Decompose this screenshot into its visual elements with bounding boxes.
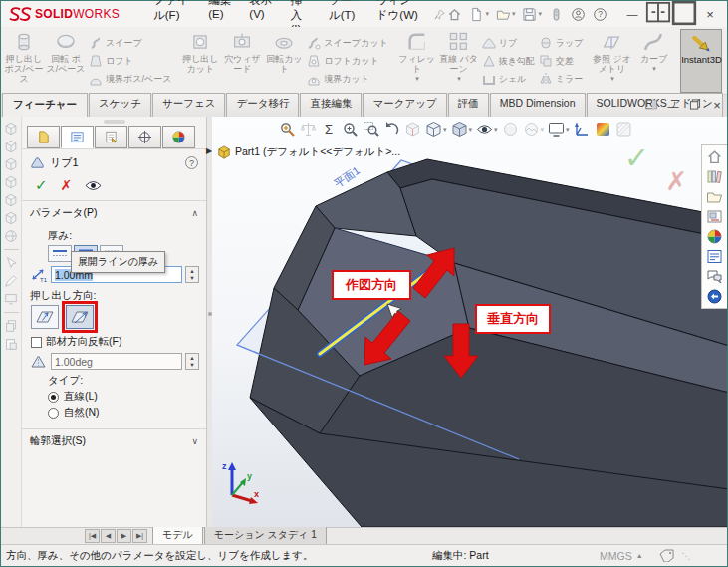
- minimize-button[interactable]: —: [619, 5, 645, 23]
- natural-type-radio[interactable]: 自然(N): [48, 406, 198, 420]
- tag-icon[interactable]: [659, 549, 674, 562]
- taskpane-custom-properties-button[interactable]: [706, 248, 723, 265]
- linear-pattern-button[interactable]: 直線 パターン▾: [438, 29, 480, 93]
- section-view-button[interactable]: [403, 120, 422, 139]
- taskpane-design-library-button[interactable]: [706, 168, 723, 185]
- view-sphere-icon[interactable]: [4, 229, 18, 243]
- dropdown-arrow-icon[interactable]: ▾: [415, 75, 419, 83]
- open-file-button[interactable]: ▾: [494, 6, 518, 23]
- tab-motion-study-1[interactable]: モーション スタディ 1: [204, 526, 327, 544]
- first-frame-button[interactable]: |◀: [85, 529, 100, 543]
- shadows-button[interactable]: [614, 120, 633, 139]
- dropdown-arrow-icon[interactable]: ▾: [485, 10, 489, 18]
- display-style-button[interactable]: ▾: [450, 120, 474, 139]
- tab-mbd-dimension[interactable]: MBD Dimension: [490, 93, 586, 117]
- view-settings-button[interactable]: ▾: [547, 120, 571, 139]
- taskpane-file-explorer-button[interactable]: [706, 188, 723, 205]
- realview-button[interactable]: [594, 120, 612, 139]
- sweep-button[interactable]: スイープ: [89, 35, 171, 52]
- propertymanager-tab[interactable]: [61, 126, 94, 148]
- confirm-ok-corner[interactable]: ✓: [624, 141, 649, 175]
- document-pane-button[interactable]: [644, 99, 658, 112]
- tab-features[interactable]: フィーチャー: [2, 93, 88, 117]
- document-restore-button[interactable]: [688, 99, 702, 112]
- tile-windows-button[interactable]: [645, 0, 671, 29]
- preview-eye-icon[interactable]: [85, 179, 102, 192]
- dropdown-arrow-icon[interactable]: ▾: [538, 10, 542, 18]
- view-cube-icon[interactable]: [4, 211, 18, 225]
- dropdown-arrow-icon[interactable]: ▾: [469, 126, 473, 134]
- home-button[interactable]: [445, 6, 464, 23]
- swept-cut-button[interactable]: スイープカット: [307, 35, 387, 52]
- apply-scene-button[interactable]: ▾: [522, 120, 546, 139]
- extruded-cut-button[interactable]: 押し出し カット: [179, 29, 221, 93]
- thickness-spinner[interactable]: ▲▼: [185, 266, 199, 283]
- view-cube-icon[interactable]: [4, 157, 18, 171]
- equations-button[interactable]: Σ: [320, 120, 339, 139]
- measure-button[interactable]: [278, 120, 297, 139]
- hide-show-items-button[interactable]: ▾: [475, 120, 499, 139]
- resize-grip[interactable]: ⋱: [682, 551, 692, 561]
- loft-button[interactable]: ロフト: [89, 53, 171, 70]
- help-button[interactable]: ?: [591, 6, 609, 23]
- drawing-view-button[interactable]: [573, 120, 592, 139]
- next-frame-button[interactable]: ▶: [117, 529, 131, 543]
- zoom-fit-button[interactable]: [341, 120, 360, 139]
- dropdown-arrow-icon[interactable]: ▾: [457, 75, 461, 83]
- draft-spinner[interactable]: ▲▼: [185, 353, 199, 370]
- extrude-boss-button[interactable]: 押し出し ボス/ベース: [3, 29, 45, 93]
- feature-tree-root[interactable]: Part1 (デフォルト<<デフォルト>...: [217, 145, 400, 159]
- normal-to-sketch-button[interactable]: [66, 305, 94, 329]
- instant3d-button[interactable]: Instant3D: [680, 29, 722, 93]
- maximize-button[interactable]: [671, 0, 697, 31]
- dropdown-arrow-icon[interactable]: ▾: [610, 75, 614, 83]
- configurationmanager-tab[interactable]: [95, 126, 127, 148]
- last-frame-button[interactable]: ▶|: [132, 529, 147, 543]
- display-tool-icon[interactable]: [4, 292, 18, 306]
- tab-sketch[interactable]: スケッチ: [89, 93, 151, 117]
- taskpane-content-central-button[interactable]: [706, 288, 723, 305]
- fillet-button[interactable]: フィレット▾: [396, 29, 438, 93]
- dimxpertmanager-tab[interactable]: [128, 126, 161, 148]
- mass-properties-button[interactable]: [299, 120, 318, 139]
- paste-tool-icon[interactable]: [4, 337, 18, 351]
- document-close-button[interactable]: ×: [710, 98, 724, 113]
- shell-button[interactable]: シェル: [482, 71, 535, 88]
- parameters-section-header[interactable]: パラメータ(P) ∧: [22, 201, 206, 225]
- mirror-button[interactable]: ミラー: [539, 71, 584, 88]
- lofted-cut-button[interactable]: ロフトカット: [307, 53, 387, 70]
- linear-type-radio[interactable]: 直線(L): [48, 390, 198, 404]
- tab-markup[interactable]: マークアップ: [363, 93, 446, 117]
- dropdown-arrow-icon[interactable]: ▾: [494, 126, 498, 134]
- close-button[interactable]: ×: [697, 5, 723, 24]
- rebuild-button[interactable]: [547, 6, 566, 23]
- thickness-first-side-button[interactable]: [48, 245, 72, 262]
- view-cube-icon[interactable]: [4, 122, 18, 136]
- view-cube-icon[interactable]: [4, 193, 18, 207]
- view-cube-icon[interactable]: [4, 140, 18, 153]
- boundary-cut-button[interactable]: 境界カット: [307, 71, 387, 88]
- save-file-button[interactable]: ▾: [520, 6, 544, 23]
- new-file-button[interactable]: ▾: [467, 6, 491, 23]
- view-orientation-button[interactable]: ▾: [424, 120, 448, 139]
- featuremanager-tab[interactable]: [27, 126, 60, 148]
- displaymanager-tab[interactable]: [162, 126, 195, 148]
- revolve-boss-button[interactable]: 回転 ボス/ベース: [45, 29, 87, 93]
- taskpane-appearances-button[interactable]: [706, 228, 723, 245]
- prev-frame-button[interactable]: ◀: [101, 529, 116, 543]
- tab-data-migration[interactable]: データ移行: [226, 93, 299, 117]
- hole-wizard-button[interactable]: 穴ウィザード: [221, 29, 263, 93]
- intersect-button[interactable]: 交差: [539, 53, 584, 70]
- view-cube-icon[interactable]: [4, 175, 18, 189]
- flip-material-side-checkbox[interactable]: 部材方向反転(F): [31, 335, 198, 349]
- confirm-cancel-corner[interactable]: ✗: [665, 166, 687, 197]
- parallel-to-sketch-button[interactable]: [31, 305, 59, 329]
- edit-appearance-button[interactable]: [501, 120, 520, 139]
- revolved-cut-button[interactable]: 回転カット: [263, 29, 305, 93]
- user-account-button[interactable]: [569, 6, 588, 23]
- cancel-button[interactable]: ✗: [61, 177, 73, 193]
- taskpane-forum-button[interactable]: [706, 268, 723, 285]
- tab-model[interactable]: モデル: [152, 526, 203, 544]
- rib-button[interactable]: リブ: [482, 35, 535, 52]
- dropdown-arrow-icon[interactable]: ▾: [566, 126, 570, 134]
